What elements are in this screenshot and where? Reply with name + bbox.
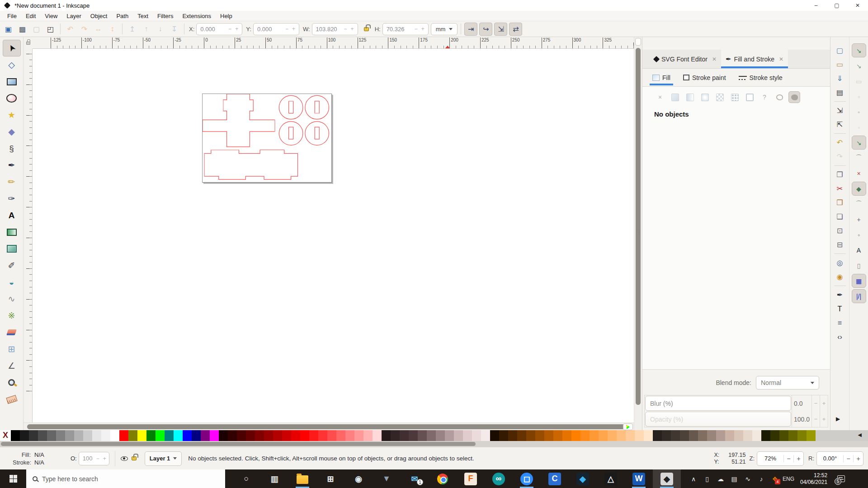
paint-radial-gradient[interactable] bbox=[699, 91, 711, 103]
palette-swatch[interactable] bbox=[761, 430, 770, 441]
paint-none[interactable]: × bbox=[654, 91, 666, 103]
palette-swatch[interactable] bbox=[400, 430, 409, 441]
selection-bbox[interactable]: ◰ bbox=[44, 23, 57, 36]
palette-swatch[interactable] bbox=[797, 430, 807, 441]
flip-vertical[interactable]: ↕ bbox=[106, 23, 119, 36]
dock-resize-handle[interactable]: ⋮ bbox=[636, 231, 642, 234]
eraser-tool[interactable] bbox=[3, 324, 21, 341]
tab-svg-font-editor[interactable]: SVG Font Editor✕ bbox=[650, 50, 721, 68]
palette-swatch[interactable] bbox=[183, 430, 192, 441]
rotation-input[interactable]: 0.00° − + bbox=[816, 451, 863, 466]
fill-rule-evenodd[interactable] bbox=[774, 91, 785, 103]
opacity-slider[interactable]: Opacity (%) bbox=[645, 412, 791, 427]
snap-path-button[interactable]: ⌒ bbox=[852, 151, 866, 165]
palette-scroll-left-icon[interactable]: ◀ bbox=[858, 432, 862, 438]
rotate-ccw[interactable]: ↶ bbox=[64, 23, 77, 36]
w-minus-button[interactable]: − bbox=[342, 26, 349, 32]
unlink-clone-button[interactable]: ⊟ bbox=[833, 238, 847, 252]
fill-stroke-dialog-button[interactable]: ✒ bbox=[833, 288, 847, 302]
start-button[interactable] bbox=[0, 469, 26, 488]
subtab-stroke-paint[interactable]: Stroke paint bbox=[679, 70, 731, 85]
tab-svg-font-editor-close-icon[interactable]: ✕ bbox=[712, 56, 717, 62]
palette-swatch[interactable] bbox=[228, 430, 237, 441]
minimize-button[interactable]: – bbox=[806, 0, 826, 11]
palette-swatch[interactable] bbox=[373, 430, 382, 441]
paint-pattern[interactable] bbox=[714, 91, 726, 103]
palette-swatch[interactable] bbox=[508, 430, 517, 441]
palette-swatch[interactable] bbox=[47, 430, 56, 441]
layers-dialog-button[interactable]: ≡ bbox=[833, 316, 847, 330]
vertical-scrollbar-thumb[interactable] bbox=[636, 48, 641, 405]
palette-swatch[interactable] bbox=[807, 430, 816, 441]
palette-swatch[interactable] bbox=[110, 430, 119, 441]
maximize-button[interactable]: ▢ bbox=[826, 0, 847, 11]
tray-volume[interactable]: ♪ bbox=[755, 469, 768, 488]
opacity-input[interactable]: 100 − + bbox=[79, 452, 109, 465]
palette-swatch[interactable] bbox=[20, 430, 29, 441]
paint-swatch-fill[interactable] bbox=[744, 91, 755, 103]
w-value[interactable]: 103.820 bbox=[316, 26, 342, 33]
canvas[interactable] bbox=[33, 49, 634, 422]
taskbar-cortana[interactable]: ○ bbox=[232, 469, 260, 488]
taskbar-steam[interactable]: ◉ bbox=[344, 469, 373, 488]
snap-midpoints-button[interactable]: + bbox=[852, 212, 866, 226]
palette-swatch[interactable] bbox=[156, 430, 165, 441]
palette-swatch[interactable] bbox=[734, 430, 743, 441]
palette-swatch[interactable] bbox=[382, 430, 391, 441]
taskbar-microsoft-store[interactable]: ⊞ bbox=[316, 469, 344, 488]
menu-path[interactable]: Path bbox=[112, 12, 133, 20]
tray-wifi[interactable]: ∿ bbox=[741, 469, 754, 488]
palette-swatch[interactable] bbox=[535, 430, 544, 441]
print-document-button[interactable]: ▤ bbox=[833, 85, 847, 99]
h-value[interactable]: 70.326 bbox=[387, 26, 413, 33]
palette-swatch[interactable] bbox=[454, 430, 463, 441]
palette-swatch[interactable] bbox=[327, 430, 336, 441]
palette-swatch[interactable] bbox=[472, 430, 481, 441]
menu-extensions[interactable]: Extensions bbox=[178, 12, 216, 20]
palette-swatch[interactable] bbox=[490, 430, 499, 441]
select-all-layers[interactable]: ▩ bbox=[16, 23, 29, 36]
new-document-button[interactable]: ▢ bbox=[833, 43, 847, 57]
raise[interactable]: ↑ bbox=[140, 23, 153, 36]
vertical-ruler[interactable] bbox=[24, 49, 33, 422]
notification-center-button[interactable]: 5 bbox=[832, 469, 850, 488]
blur-value[interactable]: 0.0 bbox=[792, 395, 811, 411]
palette-swatch[interactable] bbox=[770, 430, 779, 441]
menu-object[interactable]: Object bbox=[86, 12, 112, 20]
layer-visibility-icon[interactable] bbox=[121, 456, 128, 461]
paint-unknown[interactable]: ? bbox=[759, 91, 770, 103]
palette-swatch[interactable] bbox=[336, 430, 345, 441]
taskbar-task-view[interactable]: ▥ bbox=[260, 469, 288, 488]
text-tool[interactable]: A bbox=[3, 207, 21, 224]
palette-swatch[interactable] bbox=[716, 430, 725, 441]
xml-editor-button[interactable]: ‹› bbox=[833, 330, 847, 344]
lock-ratio-icon[interactable] bbox=[364, 27, 369, 31]
snap-bbox-edges-button[interactable]: ▭ bbox=[852, 74, 866, 88]
snap-text-baseline-button[interactable]: A bbox=[852, 243, 866, 257]
palette-swatch[interactable] bbox=[590, 430, 599, 441]
opacity-minus-button[interactable]: − bbox=[811, 411, 820, 427]
snap-bbox-edge-midpoints-button[interactable]: ▪ bbox=[852, 105, 866, 119]
taskbar-file-explorer[interactable] bbox=[288, 469, 316, 488]
circle-cutout-path[interactable] bbox=[305, 95, 329, 119]
palette-swatch[interactable] bbox=[698, 430, 707, 441]
palette-swatch[interactable] bbox=[626, 430, 635, 441]
y-input[interactable]: 0.000 − + bbox=[253, 23, 299, 35]
opacity-minus-button[interactable]: − bbox=[94, 455, 101, 462]
flip-horizontal[interactable]: ↔ bbox=[92, 23, 105, 36]
palette-swatch[interactable] bbox=[571, 430, 580, 441]
spray-tool[interactable]: ※ bbox=[3, 307, 21, 324]
palette-swatch[interactable] bbox=[174, 430, 183, 441]
menu-layer[interactable]: Layer bbox=[62, 12, 86, 20]
scale-gradient-toggle[interactable]: ⇲ bbox=[494, 23, 507, 36]
palette-swatch[interactable] bbox=[779, 430, 788, 441]
slot-cutout-path[interactable] bbox=[289, 127, 293, 139]
guide-lock-icon[interactable] bbox=[26, 42, 30, 45]
ruler-corner[interactable] bbox=[24, 37, 33, 49]
palette-swatch[interactable] bbox=[418, 430, 427, 441]
palette-swatch[interactable] bbox=[92, 430, 101, 441]
copy-button[interactable]: ❐ bbox=[833, 168, 847, 182]
tray-onedrive[interactable]: ☁ bbox=[714, 469, 727, 488]
palette-swatch[interactable] bbox=[300, 430, 309, 441]
opacity-value[interactable]: 100 bbox=[83, 455, 94, 462]
